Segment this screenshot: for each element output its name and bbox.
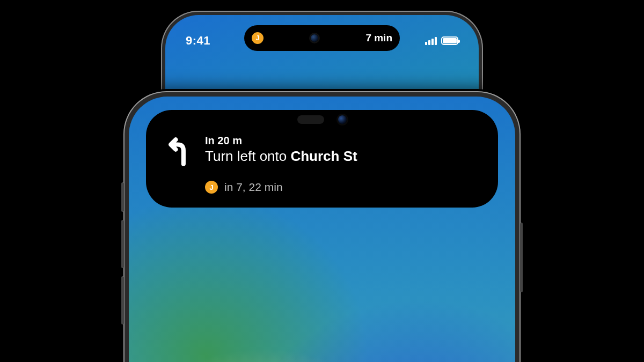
dynamic-island-compact[interactable]: J 7 min bbox=[244, 25, 400, 51]
navigation-instruction: In 20 m Turn left onto Church St bbox=[162, 135, 482, 168]
front-camera-icon bbox=[338, 115, 347, 124]
sensor-cluster bbox=[297, 115, 347, 124]
eta-text: in 7, 22 min bbox=[224, 181, 283, 194]
battery-icon bbox=[441, 36, 458, 45]
side-button[interactable] bbox=[520, 223, 523, 292]
distance-label: In 20 m bbox=[205, 135, 357, 147]
volume-down-button[interactable] bbox=[121, 276, 124, 324]
instruction-prefix: Turn left onto bbox=[205, 148, 290, 164]
status-icons bbox=[425, 36, 458, 45]
route-badge-icon: J bbox=[252, 32, 264, 44]
dynamic-island-expanded[interactable]: In 20 m Turn left onto Church St J in 7,… bbox=[146, 110, 498, 208]
front-camera-icon bbox=[311, 34, 318, 42]
phone-screen-front: In 20 m Turn left onto Church St J in 7,… bbox=[129, 97, 515, 362]
speaker-grille-icon bbox=[297, 115, 324, 124]
instruction-street: Church St bbox=[290, 148, 357, 164]
cellular-signal-icon bbox=[425, 36, 437, 45]
volume-up-button[interactable] bbox=[121, 220, 124, 268]
route-badge-icon: J bbox=[205, 181, 218, 194]
turn-left-icon bbox=[162, 137, 193, 168]
mute-switch[interactable] bbox=[121, 182, 124, 212]
phone-device-front: In 20 m Turn left onto Church St J in 7,… bbox=[123, 91, 521, 362]
status-time: 9:41 bbox=[186, 34, 210, 48]
eta-compact: 7 min bbox=[365, 32, 392, 44]
instruction-label: Turn left onto Church St bbox=[205, 148, 357, 165]
eta-row: J in 7, 22 min bbox=[205, 181, 482, 194]
sensor-cluster bbox=[311, 34, 318, 42]
